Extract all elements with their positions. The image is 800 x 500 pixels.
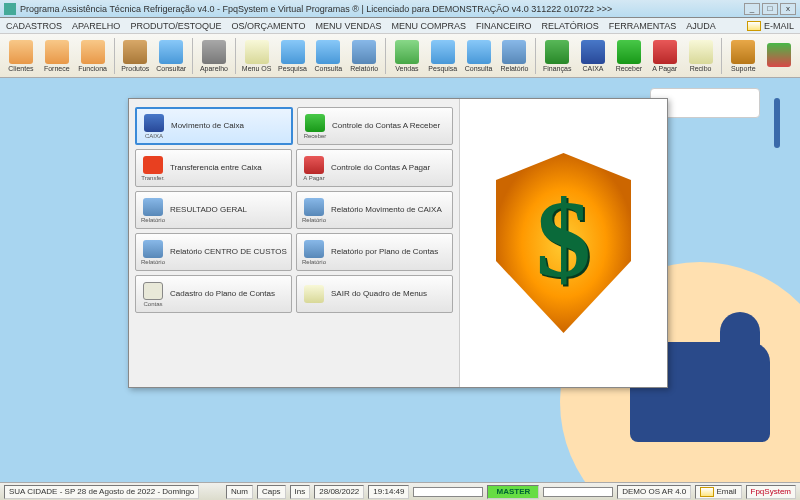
status-progress-2 <box>543 487 613 497</box>
menu-row: CAIXAMovimento de CaixaReceberControle d… <box>135 107 453 145</box>
c-sup-icon <box>731 40 755 64</box>
toolbar-label: Funciona <box>78 65 107 72</box>
toolbar-receber[interactable]: Receber <box>612 36 646 76</box>
menu-button-icon: Contas <box>140 279 166 309</box>
menu-button-label: Relatório por Plano de Contas <box>331 248 448 257</box>
c-recv-icon <box>617 40 641 64</box>
menu-button-label: Controle do Contas A Receber <box>332 122 448 131</box>
minimize-button[interactable]: _ <box>744 3 760 15</box>
toolbar-produtos[interactable]: Produtos <box>118 36 152 76</box>
email-icon <box>700 487 714 497</box>
menu-row: ContasCadastro do Plano de ContasSAIR do… <box>135 275 453 313</box>
maximize-button[interactable]: □ <box>762 3 778 15</box>
menu-aparelho[interactable]: APARELHO <box>72 21 120 31</box>
menu-button[interactable]: RelatórioRelatório CENTRO DE CUSTOS <box>135 233 292 271</box>
c-doc-icon <box>689 40 713 64</box>
toolbar-separator <box>721 38 722 74</box>
window-controls: _ □ x <box>744 3 796 15</box>
menu-cadastros[interactable]: CADASTROS <box>6 21 62 31</box>
menu-button[interactable]: ReceberControle do Contas A Receber <box>297 107 453 145</box>
desktop: CAIXAMovimento de CaixaReceberControle d… <box>0 78 800 482</box>
toolbar-separator <box>192 38 193 74</box>
menu-button[interactable]: RelatórioRelatório por Plano de Contas <box>296 233 453 271</box>
c-rep-icon <box>352 40 376 64</box>
menu-financeiro[interactable]: FINANCEIRO <box>476 21 532 31</box>
menu-produto-estoque[interactable]: PRODUTO/ESTOQUE <box>130 21 221 31</box>
bg-thermometer <box>774 98 780 148</box>
close-button[interactable]: x <box>780 3 796 15</box>
menu-row: Transfer.Transferencia entre CaixaA Paga… <box>135 149 453 187</box>
toolbar-vendas[interactable]: Vendas <box>390 36 424 76</box>
toolbar-separator <box>535 38 536 74</box>
toolbar-fornece[interactable]: Fornece <box>40 36 74 76</box>
menu-button-icon: Relatório <box>140 237 166 267</box>
menu-ferramentas[interactable]: FERRAMENTAS <box>609 21 676 31</box>
toolbar-label: Fornece <box>44 65 70 72</box>
toolbar-pesquisa[interactable]: Pesquisa <box>426 36 460 76</box>
toolbar-relatório[interactable]: Relatório <box>498 36 532 76</box>
menu-button-icon: Relatório <box>140 195 166 225</box>
c-rep-icon <box>502 40 526 64</box>
menu-email[interactable]: E-MAIL <box>747 21 794 31</box>
status-progress <box>413 487 483 497</box>
toolbar-finanças[interactable]: Finanças <box>540 36 574 76</box>
menu-button-icon: Relatório <box>301 195 327 225</box>
toolbar-caixa[interactable]: CAIXA <box>576 36 610 76</box>
c-cart-icon <box>395 40 419 64</box>
menu-button[interactable]: RelatórioRESULTADO GERAL <box>135 191 292 229</box>
status-location: SUA CIDADE - SP 28 de Agosto de 2022 - D… <box>4 485 199 499</box>
c-people-icon <box>45 40 69 64</box>
titlebar: Programa Assistência Técnica Refrigeraçã… <box>0 0 800 18</box>
toolbar-suporte[interactable]: Suporte <box>726 36 760 76</box>
toolbar-label: Consulta <box>465 65 493 72</box>
toolbar-exit[interactable] <box>762 36 796 76</box>
statusbar: SUA CIDADE - SP 28 de Agosto de 2022 - D… <box>0 482 800 500</box>
menu-button[interactable]: Transfer.Transferencia entre Caixa <box>135 149 292 187</box>
menu-button-icon: Transfer. <box>140 153 166 183</box>
menu-button-label: Relatório CENTRO DE CUSTOS <box>170 248 287 257</box>
menu-button-icon <box>301 279 327 309</box>
toolbar-a pagar[interactable]: A Pagar <box>648 36 682 76</box>
toolbar-label: A Pagar <box>652 65 677 72</box>
menu-button[interactable]: CAIXAMovimento de Caixa <box>135 107 293 145</box>
toolbar-aparelho[interactable]: Aparelho <box>197 36 231 76</box>
menu-ajuda[interactable]: AJUDA <box>686 21 716 31</box>
toolbar-label: Consultar <box>156 65 186 72</box>
toolbar-label: Aparelho <box>200 65 228 72</box>
finance-menu-panel: CAIXAMovimento de CaixaReceberControle d… <box>128 98 668 388</box>
toolbar-recibo[interactable]: Recibo <box>684 36 718 76</box>
menu-button-icon: CAIXA <box>141 111 167 141</box>
finance-menu-image: $ <box>459 99 667 387</box>
status-num: Num <box>226 485 253 499</box>
toolbar-label: Relatório <box>500 65 528 72</box>
toolbar-relatório[interactable]: Relatório <box>347 36 381 76</box>
toolbar-clientes[interactable]: Clientes <box>4 36 38 76</box>
email-icon <box>747 21 761 31</box>
menu-os-orcamento[interactable]: OS/ORÇAMENTO <box>232 21 306 31</box>
menu-button[interactable]: A PagarControle do Contas A Pagar <box>296 149 453 187</box>
toolbar-consultar[interactable]: Consultar <box>154 36 188 76</box>
toolbar-consulta[interactable]: Consulta <box>462 36 496 76</box>
toolbar-separator <box>235 38 236 74</box>
toolbar-separator <box>114 38 115 74</box>
toolbar-funciona[interactable]: Funciona <box>76 36 110 76</box>
c-cash-icon <box>581 40 605 64</box>
toolbar-label: Receber <box>616 65 642 72</box>
toolbar-menu os[interactable]: Menu OS <box>240 36 274 76</box>
menu-vendas[interactable]: MENU VENDAS <box>315 21 381 31</box>
menu-button[interactable]: RelatórioRelatório Movimento de CAIXA <box>296 191 453 229</box>
toolbar-label: Menu OS <box>242 65 272 72</box>
finance-menu-grid: CAIXAMovimento de CaixaReceberControle d… <box>129 99 459 387</box>
menu-button-label: Controle do Contas A Pagar <box>331 164 448 173</box>
menu-row: RelatórioRESULTADO GERALRelatórioRelatór… <box>135 191 453 229</box>
toolbar-pesquisa[interactable]: Pesquisa <box>276 36 310 76</box>
menu-button[interactable]: SAIR do Quadro de Menus <box>296 275 453 313</box>
status-email[interactable]: Email <box>695 485 741 499</box>
menu-compras[interactable]: MENU COMPRAS <box>391 21 466 31</box>
toolbar-consulta[interactable]: Consulta <box>311 36 345 76</box>
toolbar-label: Clientes <box>8 65 33 72</box>
menu-relatorios[interactable]: RELATÓRIOS <box>541 21 598 31</box>
c-money-icon <box>545 40 569 64</box>
menu-button-label: SAIR do Quadro de Menus <box>331 290 448 299</box>
menu-button[interactable]: ContasCadastro do Plano de Contas <box>135 275 292 313</box>
